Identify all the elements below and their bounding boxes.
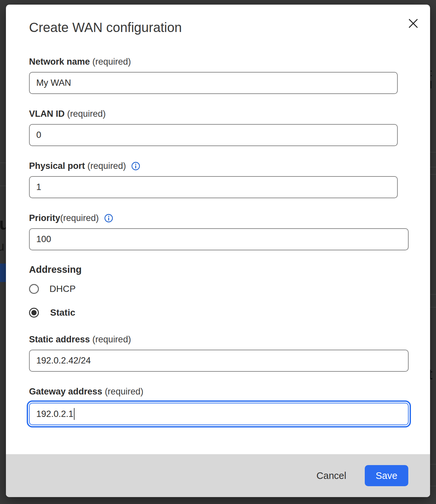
vlan-id-input[interactable]: 0 (29, 124, 398, 146)
priority-input[interactable]: 100 (29, 228, 409, 250)
network-name-label: Network name (required) (29, 56, 430, 67)
close-button[interactable] (406, 16, 420, 30)
gateway-address-input[interactable]: 192.0.2.1 (29, 403, 409, 425)
background-table-line (0, 163, 6, 163)
info-icon[interactable] (131, 162, 140, 171)
addressing-heading: Addressing (29, 264, 430, 275)
physical-port-value: 1 (36, 182, 41, 192)
static-address-value: 192.0.2.42/24 (36, 356, 91, 366)
close-icon (408, 18, 419, 29)
static-address-label: Static address (required) (29, 334, 430, 345)
background-text-fragment: : l (430, 67, 436, 91)
vlan-id-value: 0 (36, 130, 41, 140)
addressing-option-static[interactable]: Static (29, 307, 430, 318)
background-table-line (430, 464, 436, 464)
static-address-input[interactable]: 192.0.2.42/24 (29, 350, 409, 372)
save-button[interactable]: Save (365, 465, 408, 486)
network-name-value: My WAN (36, 78, 71, 88)
background-table-line (430, 167, 436, 167)
gateway-address-label: Gateway address (required) (29, 386, 430, 397)
addressing-option-dhcp[interactable]: DHCP (29, 283, 430, 295)
background-table-line (430, 152, 436, 152)
network-name-input[interactable]: My WAN (29, 72, 398, 94)
cancel-button[interactable]: Cancel (315, 467, 348, 485)
vlan-id-label: VLAN ID (required) (29, 108, 430, 119)
background-table-line (430, 294, 436, 295)
radio-label: Static (50, 307, 75, 318)
text-cursor (74, 408, 75, 420)
gateway-address-value: 192.0.2.1 (36, 409, 74, 419)
physical-port-input[interactable]: 1 (29, 176, 398, 198)
priority-value: 100 (36, 234, 51, 244)
background-table-line (430, 174, 436, 174)
dialog-title: Create WAN configuration (29, 19, 430, 36)
physical-port-label: Physical port (required) (29, 160, 430, 172)
dialog-footer: Cancel Save (6, 454, 430, 497)
background-table-line (430, 307, 436, 307)
create-wan-dialog: Create WAN configuration Network name (r… (6, 5, 430, 497)
radio-button-icon (29, 308, 39, 318)
radio-button-icon (29, 284, 39, 294)
background-text-fragment: u (0, 239, 4, 254)
background-table-line (430, 486, 436, 486)
priority-label: Priority(required) (29, 212, 430, 224)
info-icon[interactable] (104, 214, 113, 223)
background-table-line (0, 186, 6, 186)
radio-label: DHCP (49, 284, 76, 294)
